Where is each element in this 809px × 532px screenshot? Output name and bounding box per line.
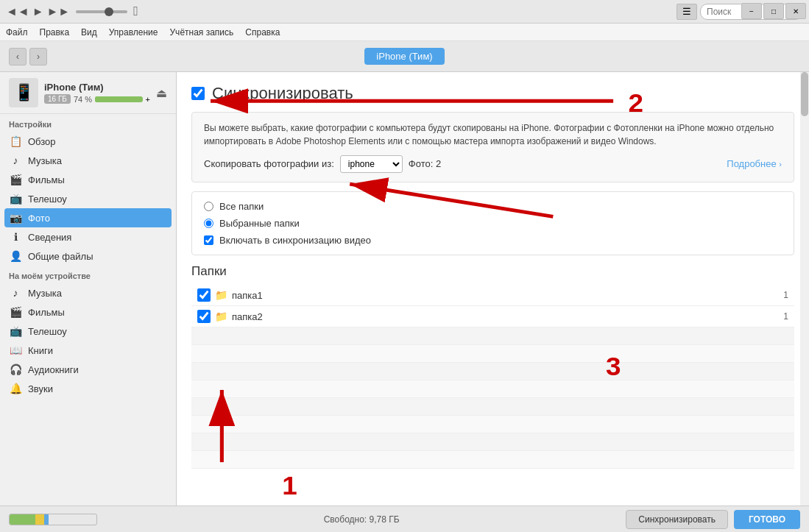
- device-tvshows-label: Телешоу: [28, 326, 67, 337]
- movies-icon: 🎬: [9, 174, 22, 185]
- menu-help[interactable]: Справка: [245, 27, 280, 38]
- tvshows-icon: 📺: [9, 193, 22, 205]
- overview-icon: 📋: [9, 135, 22, 147]
- empty-row-5: [191, 398, 794, 416]
- sidebar-item-audiobooks[interactable]: 🎧 Аудиокниги: [0, 360, 176, 379]
- player-controls: ◄◄ ► ►►: [6, 5, 70, 18]
- sync-title: Синхронизировать: [212, 84, 353, 103]
- folder-count-0: 1: [783, 290, 788, 300]
- nav-arrows: ‹ ›: [9, 48, 47, 65]
- storage-bar: [9, 514, 97, 525]
- scrollbar-track[interactable]: [800, 72, 809, 506]
- overview-label: Обзор: [28, 136, 56, 147]
- eject-btn[interactable]: ⏏: [156, 86, 167, 100]
- chevron-right-icon: ›: [779, 160, 782, 169]
- menu-file[interactable]: Файл: [6, 27, 28, 38]
- audiobooks-icon: 🎧: [9, 363, 22, 375]
- sidebar-item-device-movies[interactable]: 🎬 Фильмы: [0, 302, 176, 322]
- sync-button[interactable]: Синхронизировать: [626, 510, 728, 529]
- main-layout: 📱 iPhone (Тим) 16 ГБ 74 % + ⏏ Настройки …: [0, 72, 809, 506]
- scrollbar-thumb[interactable]: [801, 72, 808, 116]
- audiobooks-label: Аудиокниги: [28, 364, 79, 375]
- titlebar-right: ☰ − □ ✕: [676, 4, 803, 20]
- copy-label: Скопировать фотографии из:: [204, 157, 334, 171]
- device-storage: 16 ГБ 74 % +: [44, 94, 150, 104]
- menubar: Файл Правка Вид Управление Учётная запис…: [0, 24, 809, 41]
- sidebar-item-device-music[interactable]: ♪ Музыка: [0, 283, 176, 302]
- sidebar-item-sounds[interactable]: 🔔 Звуки: [0, 379, 176, 398]
- copy-source-select[interactable]: iphone: [340, 155, 403, 173]
- menu-account[interactable]: Учётная запись: [170, 27, 234, 38]
- close-btn[interactable]: ✕: [785, 3, 806, 19]
- sidebar: 📱 iPhone (Тим) 16 ГБ 74 % + ⏏ Настройки …: [0, 72, 177, 506]
- device-section: 📱 iPhone (Тим) 16 ГБ 74 % + ⏏: [0, 72, 176, 114]
- copy-row: Скопировать фотографии из: iphone Фото: …: [204, 155, 782, 173]
- folders-title: Папки: [191, 264, 794, 279]
- sidebar-item-device-tvshows[interactable]: 📺 Телешоу: [0, 322, 176, 341]
- device-icon: 📱: [9, 78, 38, 107]
- sidebar-item-tvshows[interactable]: 📺 Телешоу: [0, 189, 176, 208]
- sounds-label: Звуки: [28, 383, 53, 394]
- done-button[interactable]: ГОТОВО: [734, 510, 800, 529]
- folder-item-0: 📁 папка1 1: [191, 285, 794, 306]
- next-btn[interactable]: ►►: [47, 5, 71, 18]
- check-video[interactable]: [204, 235, 213, 245]
- maximize-btn[interactable]: □: [763, 3, 784, 19]
- folder-icon-0: 📁: [215, 289, 227, 301]
- folder-count-1: 1: [783, 311, 788, 322]
- radio-all-row: Все папки: [204, 201, 782, 212]
- sidebar-item-movies[interactable]: 🎬 Фильмы: [0, 170, 176, 189]
- menu-view[interactable]: Вид: [81, 27, 97, 38]
- music-label: Музыка: [28, 155, 62, 166]
- photos-label: Фото: [28, 213, 50, 224]
- navbar: ‹ › iPhone (Тим): [0, 41, 809, 72]
- photos-icon: 📷: [9, 212, 22, 224]
- sync-checkbox[interactable]: [191, 87, 205, 100]
- prev-btn[interactable]: ◄◄: [6, 5, 29, 18]
- empty-row-7: [191, 433, 794, 451]
- titlebar: ◄◄ ► ►►  ☰ − □ ✕: [0, 0, 809, 24]
- sidebar-item-shared[interactable]: 👤 Общие файлы: [0, 247, 176, 266]
- list-view-btn[interactable]: ☰: [676, 4, 697, 20]
- shared-icon: 👤: [9, 250, 22, 262]
- device-movies-icon: 🎬: [9, 306, 22, 318]
- device-music-icon: ♪: [9, 287, 22, 299]
- empty-row-3: [191, 363, 794, 380]
- sidebar-item-overview[interactable]: 📋 Обзор: [0, 132, 176, 151]
- radio-all[interactable]: [204, 202, 213, 211]
- tvshows-label: Телешоу: [28, 194, 67, 205]
- shared-label: Общие файлы: [28, 251, 93, 262]
- sidebar-item-music[interactable]: ♪ Музыка: [0, 151, 176, 170]
- folder-check-0[interactable]: [197, 288, 211, 302]
- free-space-label: Свободно: 9,78 ГБ: [103, 514, 620, 525]
- content-inner: Синхронизировать Вы можете выбрать, каки…: [177, 72, 809, 480]
- forward-arrow-btn[interactable]: ›: [29, 48, 47, 65]
- info-icon: ℹ: [9, 231, 22, 243]
- back-arrow-btn[interactable]: ‹: [9, 48, 27, 65]
- device-name: iPhone (Тим): [44, 82, 150, 93]
- menu-edit[interactable]: Правка: [40, 27, 70, 38]
- sidebar-item-books[interactable]: 📖 Книги: [0, 341, 176, 360]
- device-button[interactable]: iPhone (Тим): [364, 48, 444, 65]
- menu-manage[interactable]: Управление: [109, 27, 158, 38]
- folder-check-1[interactable]: [197, 310, 211, 323]
- radio-selected-row: Выбранные папки: [204, 218, 782, 229]
- info-text: Вы можете выбрать, какие фотографии с ко…: [204, 123, 774, 146]
- title-center: ◄◄ ► ►► : [6, 4, 138, 19]
- music-icon: ♪: [9, 155, 22, 166]
- sync-section: Синхронизировать: [191, 84, 794, 103]
- sidebar-item-info[interactable]: ℹ Сведения: [0, 227, 176, 247]
- radio-all-label: Все папки: [219, 201, 264, 212]
- radio-selected[interactable]: [204, 219, 213, 228]
- storage-badge: 16 ГБ: [44, 94, 71, 104]
- volume-slider[interactable]: [76, 10, 127, 13]
- settings-section-title: Настройки: [0, 114, 176, 132]
- check-video-row: Включать в синхронизацию видео: [204, 235, 782, 246]
- photo-count: Фото: 2: [409, 157, 441, 171]
- folder-icon-1: 📁: [215, 311, 227, 322]
- minimize-btn[interactable]: −: [741, 3, 762, 19]
- device-music-label: Музыка: [28, 288, 62, 299]
- details-link[interactable]: Подробнее ›: [727, 157, 782, 171]
- play-btn[interactable]: ►: [32, 5, 44, 18]
- sidebar-item-photos[interactable]: 📷 Фото: [4, 208, 172, 227]
